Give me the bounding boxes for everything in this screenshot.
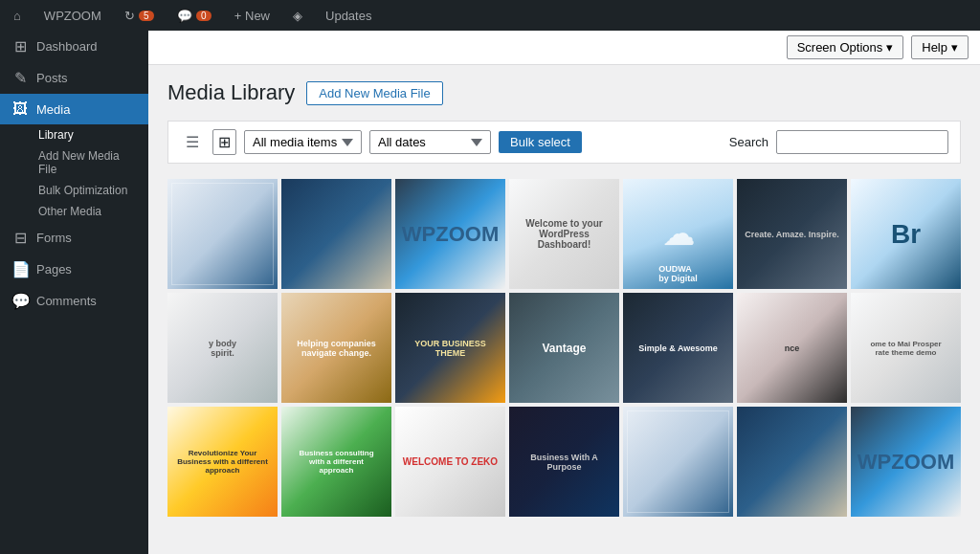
sidebar-sub-bulk-opt[interactable]: Bulk Optimization xyxy=(31,180,148,201)
media-item[interactable] xyxy=(737,407,847,517)
add-new-media-button[interactable]: Add New Media File xyxy=(306,81,442,105)
media-item[interactable]: ome to Mai Prosperrate theme demo xyxy=(851,293,961,403)
sidebar-sub-add-new[interactable]: Add New Media File xyxy=(31,145,148,180)
sidebar-label-pages: Pages xyxy=(36,262,72,277)
sidebar: ⊞ Dashboard ✎ Posts 🖼 Media Library Add … xyxy=(0,31,148,554)
sidebar-label-forms: Forms xyxy=(36,231,72,245)
grid-view-icon: ⊞ xyxy=(218,134,231,150)
pages-icon: 📄 xyxy=(11,260,29,278)
list-view-icon: ☰ xyxy=(186,134,199,150)
updates-text-link[interactable]: Updates xyxy=(320,0,377,31)
media-item[interactable]: Br xyxy=(851,179,961,289)
media-item[interactable]: ☁OUDWAby Digital xyxy=(623,179,733,289)
media-item[interactable]: Revolutionize Your Business with a diffe… xyxy=(167,407,278,517)
site-name-text: WPZOOM xyxy=(44,9,101,23)
help-button[interactable]: Help ▾ xyxy=(911,35,969,59)
admin-bar: ⌂ WPZOOM ↻ 5 💬 0 + New ◈ Updates xyxy=(0,0,980,31)
grid-view-button[interactable]: ⊞ xyxy=(212,129,236,155)
sidebar-item-forms[interactable]: ⊟ Forms xyxy=(0,222,148,254)
updates-badge: 5 xyxy=(139,11,154,21)
list-view-button[interactable]: ☰ xyxy=(180,129,205,155)
dashboard-icon: ⊞ xyxy=(11,37,29,55)
bulk-select-button[interactable]: Bulk select xyxy=(499,131,582,153)
admin-home-link[interactable]: ⌂ xyxy=(8,0,27,31)
top-bar: Screen Options ▾ Help ▾ xyxy=(148,31,980,65)
media-item[interactable]: WELCOME TO ZEKO xyxy=(395,407,505,517)
filter-bar: ☰ ⊞ All media items Images Audio Video D… xyxy=(167,121,961,164)
screen-options-button[interactable]: Screen Options ▾ xyxy=(787,35,904,59)
sidebar-item-comments[interactable]: 💬 Comments xyxy=(0,285,148,317)
media-item[interactable]: WPZOOM xyxy=(851,407,961,517)
home-icon: ⌂ xyxy=(13,9,21,23)
media-item[interactable] xyxy=(167,179,278,289)
media-item[interactable]: WPZOOM xyxy=(395,179,505,289)
help-label: Help xyxy=(922,40,947,55)
sidebar-label-comments: Comments xyxy=(36,294,97,308)
sidebar-sub-library[interactable]: Library xyxy=(31,124,148,145)
media-item[interactable]: YOUR BUSINESS THEME xyxy=(395,293,505,403)
page-title: Media Library xyxy=(167,80,295,105)
sidebar-item-posts[interactable]: ✎ Posts xyxy=(0,62,148,94)
page-header: Media Library Add New Media File xyxy=(167,80,961,105)
media-item[interactable]: y bodyspirit. xyxy=(167,293,278,403)
media-item[interactable] xyxy=(281,179,391,289)
comments-sidebar-icon: 💬 xyxy=(11,292,29,310)
new-content-link[interactable]: + New xyxy=(229,0,276,31)
media-item[interactable]: Business consultingwith a differentappro… xyxy=(281,407,391,517)
theme-icon: ◈ xyxy=(293,9,302,23)
updates-link[interactable]: ↻ 5 xyxy=(119,0,160,31)
sidebar-item-dashboard[interactable]: ⊞ Dashboard xyxy=(0,31,148,62)
media-item[interactable]: Simple & Awesome xyxy=(623,293,733,403)
media-item[interactable]: Welcome to your WordPress Dashboard! xyxy=(509,179,619,289)
main-content: Screen Options ▾ Help ▾ Media Library Ad… xyxy=(148,31,980,554)
updates-text: Updates xyxy=(325,9,371,23)
screen-options-arrow: ▾ xyxy=(886,40,893,55)
site-name-link[interactable]: WPZOOM xyxy=(38,0,107,31)
sidebar-label-dashboard: Dashboard xyxy=(36,39,98,54)
media-item[interactable]: Create. Amaze. Inspire. xyxy=(737,179,847,289)
content-area: Media Library Add New Media File ☰ ⊞ All… xyxy=(148,65,980,554)
sidebar-nav: ⊞ Dashboard ✎ Posts 🖼 Media Library Add … xyxy=(0,31,148,554)
sidebar-label-posts: Posts xyxy=(36,71,68,85)
comments-icon: 💬 xyxy=(177,9,192,23)
search-label: Search xyxy=(729,135,768,149)
forms-icon: ⊟ xyxy=(11,229,29,247)
media-item[interactable]: Business With A Purpose xyxy=(509,407,619,517)
sidebar-item-media[interactable]: 🖼 Media xyxy=(0,94,148,124)
theme-icon-link[interactable]: ◈ xyxy=(287,0,308,31)
media-icon: 🖼 xyxy=(11,100,29,118)
media-item[interactable]: Helping companies navigate change. xyxy=(281,293,391,403)
help-arrow: ▾ xyxy=(951,40,958,55)
posts-icon: ✎ xyxy=(11,69,29,87)
date-select[interactable]: All dates January 2024 December 2023 xyxy=(369,130,491,154)
search-input[interactable] xyxy=(776,130,948,154)
sidebar-item-pages[interactable]: 📄 Pages xyxy=(0,254,148,285)
comments-badge: 0 xyxy=(196,11,212,21)
media-submenu: Library Add New Media File Bulk Optimiza… xyxy=(0,124,148,222)
sidebar-sub-other-media[interactable]: Other Media xyxy=(31,201,148,222)
media-type-select[interactable]: All media items Images Audio Video Docum… xyxy=(244,130,362,154)
media-grid: WPZOOMWelcome to your WordPress Dashboar… xyxy=(167,179,961,517)
comments-link[interactable]: 💬 0 xyxy=(171,0,217,31)
updates-icon: ↻ xyxy=(124,9,135,23)
media-item[interactable]: nce xyxy=(737,293,847,403)
media-item[interactable]: Vantage xyxy=(509,293,619,403)
media-item[interactable] xyxy=(623,407,733,517)
screen-options-label: Screen Options xyxy=(797,40,883,55)
new-label: + New xyxy=(234,9,270,23)
sidebar-label-media: Media xyxy=(36,102,70,117)
